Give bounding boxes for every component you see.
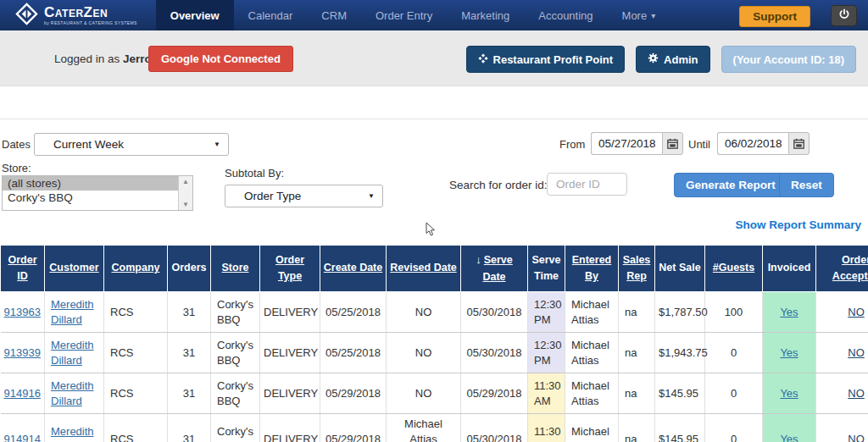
nav-item-overview[interactable]: Overview: [156, 0, 234, 30]
order-id-link[interactable]: 914916: [4, 387, 41, 400]
dates-select[interactable]: Current Week ▼: [34, 133, 229, 156]
col-header-net-sale: Net Sale: [655, 246, 705, 292]
until-date-input[interactable]: [717, 132, 788, 155]
cell-entered-by: Michael Attias: [565, 373, 619, 414]
table-row: 914916 Meredith Dillard RCS 31 Corky's B…: [1, 373, 868, 414]
cell-orders: 31: [168, 373, 211, 414]
orders-report-table: Order ID Customer Company Orders Store O…: [0, 245, 868, 442]
subtotal-by-select[interactable]: Order Type ▼: [225, 185, 383, 207]
invoiced-link[interactable]: Yes: [780, 387, 798, 400]
order-accepted-link[interactable]: NO: [848, 346, 865, 359]
order-id-link[interactable]: 914914: [4, 433, 41, 442]
brand-tagline: by RESTAURANT & CATERING SYSTEMS: [44, 21, 137, 25]
support-button[interactable]: Support: [739, 6, 810, 27]
invoiced-link[interactable]: Yes: [780, 346, 798, 359]
calendar-icon[interactable]: [662, 132, 683, 155]
order-id-search-input[interactable]: [547, 173, 627, 196]
sort-desc-icon: ↓: [476, 253, 481, 266]
cell-order-type: DELIVERY: [260, 333, 320, 373]
scroll-down-icon[interactable]: ▼: [182, 201, 189, 208]
reset-button[interactable]: Reset: [779, 173, 834, 197]
col-header-create-date[interactable]: Create Date: [320, 246, 387, 292]
nav-item-accounting[interactable]: Accounting: [524, 0, 607, 30]
cell-sales-rep: na: [619, 292, 655, 333]
cell-company: RCS: [104, 373, 168, 414]
search-order-id-label: Search for order id:: [449, 179, 548, 191]
nav-item-marketing[interactable]: Marketing: [447, 0, 524, 30]
col-header-order-type[interactable]: Order Type: [260, 246, 320, 292]
cell-create-date: 05/25/2018: [320, 292, 387, 333]
brand-name: CaterZen: [44, 5, 137, 19]
cell-serve-time: 12:30 PM: [528, 333, 565, 373]
brand-logo[interactable]: CaterZen by RESTAURANT & CATERING SYSTEM…: [0, 0, 149, 30]
customer-link[interactable]: Meredith Dillard: [51, 379, 94, 407]
col-header-store[interactable]: Store: [211, 246, 260, 292]
calendar-icon[interactable]: [788, 132, 810, 155]
cell-net-sale: $1,787.50: [655, 292, 705, 333]
col-header-company[interactable]: Company: [104, 246, 168, 292]
col-header-order-id[interactable]: Order ID: [1, 246, 45, 292]
cell-sales-rep: na: [619, 373, 655, 414]
from-label: From: [559, 138, 585, 151]
show-report-summary-link[interactable]: Show Report Summary: [735, 218, 861, 231]
admin-button[interactable]: Admin: [636, 46, 709, 73]
chevron-down-icon: ▾: [651, 11, 655, 20]
google-not-connected-button[interactable]: Google Not Connected: [148, 46, 293, 72]
nav-item-order-entry[interactable]: Order Entry: [361, 0, 447, 30]
cell-invoiced: Yes: [763, 373, 816, 414]
cell-serve-time: 11:30 AM: [528, 373, 565, 414]
customer-link[interactable]: Meredith Dillard: [51, 339, 94, 367]
col-header-order-accepted[interactable]: Order Accepted: [816, 246, 868, 292]
listbox-scrollbar[interactable]: ▲ ▼: [178, 176, 192, 210]
col-header-guests[interactable]: #Guests: [705, 246, 763, 292]
scroll-up-icon[interactable]: ▲: [182, 178, 189, 185]
col-header-entered-by[interactable]: Entered By: [565, 246, 619, 292]
order-id-link[interactable]: 913963: [4, 306, 41, 318]
col-header-orders: Orders: [168, 246, 211, 292]
order-accepted-link[interactable]: NO: [848, 433, 865, 442]
account-id-button[interactable]: (Your Account ID: 18): [721, 46, 856, 73]
select-arrow-icon: ▼: [368, 192, 375, 200]
col-header-serve-date[interactable]: ↓Serve Date: [461, 246, 528, 292]
nav-item-calendar[interactable]: Calendar: [234, 0, 308, 30]
cell-revised-date: NO: [387, 292, 461, 333]
user-actions: Restaurant Profit Point Admin (Your Acco…: [466, 46, 856, 73]
col-header-revised-date[interactable]: Revised Date: [387, 246, 461, 292]
col-header-sales-rep[interactable]: Sales Rep: [619, 246, 655, 292]
logout-power-button[interactable]: [831, 5, 857, 26]
restaurant-profit-point-button[interactable]: Restaurant Profit Point: [466, 46, 626, 73]
cell-order-type: DELIVERY: [260, 292, 320, 333]
dates-select-value: Current Week: [35, 138, 124, 151]
divider: [0, 119, 868, 119]
nav-more-label: More: [622, 9, 648, 22]
generate-report-button[interactable]: Generate Report: [674, 173, 787, 197]
user-bar: Logged in as Jerrod Attias Google Not Co…: [0, 30, 868, 86]
cell-entered-by: Michael Attias: [565, 333, 619, 373]
cell-serve-time: 11:30 AM: [528, 414, 565, 442]
order-id-link[interactable]: 913939: [4, 346, 41, 359]
store-option-all[interactable]: (all stores): [3, 176, 178, 191]
invoiced-link[interactable]: Yes: [780, 433, 798, 442]
cell-invoiced: Yes: [763, 333, 816, 373]
order-accepted-link[interactable]: NO: [848, 387, 865, 400]
cell-revised-date: Michael Attias 05/30/2018: [387, 414, 461, 442]
power-icon: [838, 8, 850, 23]
col-header-customer[interactable]: Customer: [45, 246, 104, 292]
cell-invoiced: Yes: [763, 292, 816, 333]
store-option-corkys[interactable]: Corky's BBQ: [3, 191, 178, 205]
cell-order-id: 913963: [1, 292, 45, 333]
customer-link[interactable]: Meredith Dillard: [51, 425, 94, 442]
cell-serve-date: 05/29/2018: [461, 373, 528, 414]
nav-item-crm[interactable]: CRM: [307, 0, 361, 30]
invoiced-link[interactable]: Yes: [780, 306, 798, 318]
cell-order-accepted: NO: [816, 414, 868, 442]
cell-orders: 31: [168, 333, 211, 373]
cell-customer: Meredith Dillard: [45, 373, 104, 414]
nav-item-more[interactable]: More ▾: [608, 0, 670, 30]
cell-serve-date: 05/30/2018: [461, 292, 528, 333]
from-date-input[interactable]: [591, 132, 662, 155]
customer-link[interactable]: Meredith Dillard: [51, 298, 94, 326]
cell-orders: 31: [168, 414, 211, 442]
store-listbox: (all stores) Corky's BBQ ▲ ▼: [2, 175, 193, 211]
order-accepted-link[interactable]: NO: [848, 306, 865, 318]
